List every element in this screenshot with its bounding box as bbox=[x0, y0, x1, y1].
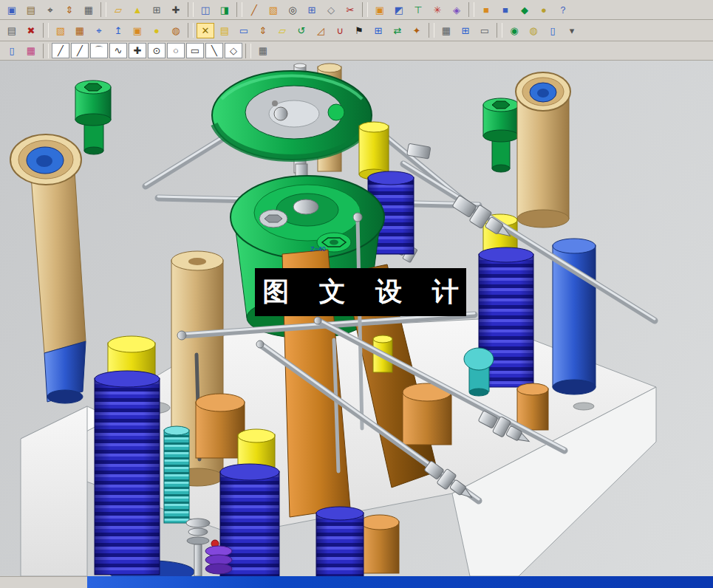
extrude-icon[interactable]: ▧ bbox=[265, 2, 282, 18]
arc-icon[interactable]: ⌒ bbox=[90, 43, 108, 58]
graphics-viewport[interactable]: Z=40 图 文 设 计 bbox=[0, 61, 713, 576]
mirror-feature-icon[interactable]: ◇ bbox=[322, 2, 340, 18]
extrude-box-icon[interactable]: ▧ bbox=[52, 23, 69, 38]
circle-icon[interactable]: ○ bbox=[167, 43, 185, 58]
status-bar bbox=[0, 576, 713, 588]
toolbar-separator bbox=[429, 23, 434, 38]
copper-insert-bottom[interactable] bbox=[361, 515, 399, 573]
block-icon[interactable]: ▣ bbox=[129, 23, 146, 38]
chamfer-line-icon[interactable]: ╲ bbox=[205, 43, 223, 58]
swap-arrows-icon[interactable]: ⇄ bbox=[389, 23, 406, 38]
studio-spline-icon[interactable]: ∿ bbox=[109, 43, 127, 58]
toolbar-separator bbox=[188, 2, 194, 17]
rectangle-icon[interactable]: ▭ bbox=[186, 43, 204, 58]
pattern-feature-icon[interactable]: ⊞ bbox=[303, 2, 321, 18]
guide-bushing-top-right[interactable] bbox=[516, 72, 570, 228]
toolbar-standard: ▣▤⌖⇕▦▱▲⊞✚◫◨╱▧◎⊞◇✂▣◩⊤✳◈■■◆●？ bbox=[0, 0, 713, 20]
cad-application-window: ▣▤⌖⇕▦▱▲⊞✚◫◨╱▧◎⊞◇✂▣◩⊤✳◈■■◆●？ ▤✖▧▦⌖↥▣●◍✕▤▭… bbox=[0, 0, 713, 588]
quick-pick-icon[interactable]: ◇ bbox=[225, 43, 242, 58]
render-style-icon[interactable]: ● bbox=[535, 2, 553, 18]
dimension-label: Z=40 bbox=[310, 245, 326, 253]
constraints-icon[interactable]: ⊤ bbox=[409, 2, 427, 18]
datum-plane-icon[interactable]: ▱ bbox=[109, 2, 127, 18]
toolbar-separator bbox=[245, 44, 251, 58]
help-icon[interactable]: ？ bbox=[554, 2, 572, 18]
cap-screw-right[interactable] bbox=[483, 98, 519, 172]
hole-feature-icon[interactable]: ◎ bbox=[284, 2, 301, 18]
copper-insert-right[interactable] bbox=[517, 383, 548, 430]
hex-socket bbox=[492, 101, 510, 109]
component-icon[interactable]: ◩ bbox=[390, 2, 408, 18]
visibility-eye-icon[interactable]: ◉ bbox=[505, 23, 523, 38]
measure-icon[interactable]: ⇕ bbox=[61, 2, 78, 18]
copper-insert-left[interactable] bbox=[196, 394, 245, 458]
grid-blue-icon[interactable]: ⊞ bbox=[457, 23, 474, 38]
point-icon[interactable]: ✚ bbox=[167, 2, 185, 18]
return-spring-bottom[interactable] bbox=[316, 507, 364, 576]
guide-bushing-top-left[interactable] bbox=[10, 134, 86, 403]
warning-triangle-icon[interactable]: ▲ bbox=[129, 2, 146, 18]
sheet-grid-icon[interactable]: ▦ bbox=[71, 23, 89, 38]
status-bar-progress bbox=[87, 576, 713, 588]
table-icon[interactable]: ▦ bbox=[437, 23, 455, 38]
line-icon[interactable]: ╱ bbox=[71, 43, 89, 58]
stack-icon[interactable]: ▤ bbox=[216, 23, 233, 38]
color-grid-icon[interactable]: ▦ bbox=[22, 43, 40, 58]
delete-icon[interactable]: ✖ bbox=[22, 23, 40, 38]
wave-link-icon[interactable]: ◈ bbox=[448, 2, 465, 18]
profile-line-icon[interactable]: ╱ bbox=[52, 43, 69, 58]
snap-grid-icon[interactable]: ▦ bbox=[254, 43, 272, 58]
point-tool-icon[interactable]: ✚ bbox=[129, 43, 146, 58]
sphere-icon[interactable]: ● bbox=[148, 23, 166, 38]
database-icon[interactable]: ◍ bbox=[525, 23, 542, 38]
return-spring-left[interactable] bbox=[95, 336, 160, 575]
snap-point-icon[interactable]: ⌖ bbox=[41, 2, 59, 18]
wrench-tool-icon[interactable]: ✕ bbox=[197, 23, 214, 38]
toolbar-separator bbox=[188, 23, 194, 38]
hex-socket bbox=[84, 83, 102, 91]
trim-body-icon[interactable]: ✂ bbox=[341, 2, 359, 18]
spreadsheet-icon[interactable]: ⊞ bbox=[148, 2, 166, 18]
hide-body-icon[interactable]: ◫ bbox=[197, 2, 214, 18]
draft-angle-icon[interactable]: ◿ bbox=[312, 23, 330, 38]
csys-icon[interactable]: ⌖ bbox=[90, 23, 108, 38]
paste-icon[interactable]: ▤ bbox=[22, 2, 40, 18]
datum-plane2-icon[interactable]: ▱ bbox=[273, 23, 291, 38]
monitor-icon[interactable]: ▭ bbox=[235, 23, 253, 38]
clipboard-icon[interactable]: ▤ bbox=[3, 23, 21, 38]
grid-plus-icon[interactable]: ⊞ bbox=[369, 23, 387, 38]
assembly-icon[interactable]: ▣ bbox=[371, 2, 389, 18]
dropdown-arrow-icon[interactable]: ▾ bbox=[563, 23, 581, 38]
checkered-flag-icon[interactable]: ⚑ bbox=[350, 23, 368, 38]
yellow-guide-pin-top[interactable] bbox=[359, 122, 389, 180]
z-axis-icon[interactable]: ↥ bbox=[109, 23, 127, 38]
part-navigator-icon[interactable]: ▯ bbox=[3, 43, 21, 58]
explode-icon[interactable]: ✳ bbox=[429, 2, 446, 18]
magnet-icon[interactable]: ∪ bbox=[331, 23, 349, 38]
locating-ring[interactable] bbox=[212, 71, 372, 160]
pin-icon[interactable]: ✦ bbox=[408, 23, 426, 38]
copper-insert-center[interactable] bbox=[403, 383, 451, 445]
dim-vertical-icon[interactable]: ⇕ bbox=[254, 23, 272, 38]
cylinder-icon[interactable]: ◍ bbox=[167, 23, 185, 38]
view-cube-top-icon[interactable]: ■ bbox=[497, 2, 514, 18]
circle-center-icon[interactable]: ⊙ bbox=[148, 43, 166, 58]
ring-green-plug bbox=[328, 104, 344, 120]
toolbar-separator bbox=[236, 2, 242, 17]
base-hole bbox=[573, 403, 594, 410]
toolbar-separator bbox=[362, 2, 368, 17]
show-body-icon[interactable]: ◨ bbox=[216, 2, 233, 18]
view-cube-iso-icon[interactable]: ◆ bbox=[516, 2, 533, 18]
sketch-tool-icon[interactable]: ╱ bbox=[245, 2, 263, 18]
model-canvas[interactable] bbox=[0, 61, 713, 576]
ring-dowel bbox=[272, 100, 278, 106]
toolbar-sketch: ▯▦╱╱⌒∿✚⊙○▭╲◇▦ bbox=[0, 41, 713, 61]
layers-icon[interactable]: ▦ bbox=[80, 2, 98, 18]
rotate-ccw-icon[interactable]: ↺ bbox=[293, 23, 310, 38]
status-bar-left bbox=[0, 576, 87, 588]
notebook-icon[interactable]: ▯ bbox=[544, 23, 562, 38]
list-icon[interactable]: ▭ bbox=[476, 23, 494, 38]
copy-icon[interactable]: ▣ bbox=[3, 2, 21, 18]
view-cube-front-icon[interactable]: ■ bbox=[477, 2, 495, 18]
cap-screw-left[interactable] bbox=[75, 81, 111, 154]
